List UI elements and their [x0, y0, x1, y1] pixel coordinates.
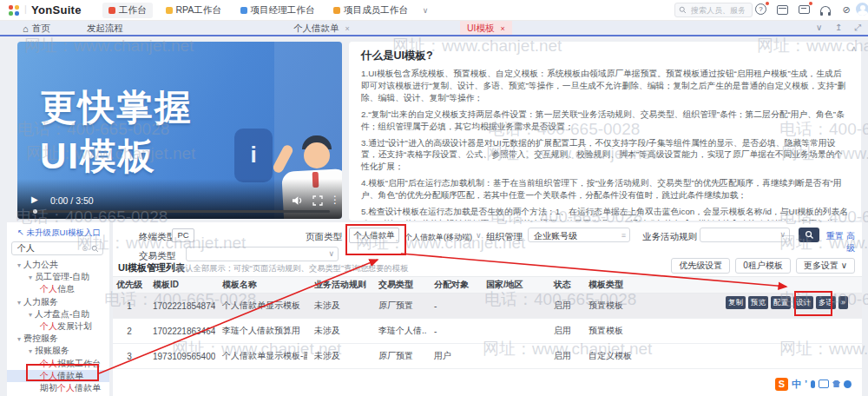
sidebar-item-个人借款单[interactable]: 个人借款单	[7, 370, 109, 382]
table-row[interactable]: 31973109565400547..个人借款单显示模板-副本未涉及原厂预置用户…	[113, 344, 862, 369]
mic-icon[interactable]	[811, 380, 815, 388]
caret-icon[interactable]: ▾	[29, 274, 32, 281]
caret-icon[interactable]: ▾	[29, 311, 32, 319]
menu-item-RPA工作台[interactable]: RPA工作台	[160, 3, 227, 18]
page-type-tag-personal-loan[interactable]: 个人借款单	[349, 228, 399, 243]
sidebar-item-个人发展计划[interactable]: 个人发展计划	[7, 320, 109, 333]
apostrophe-icon[interactable]: ’	[805, 379, 807, 389]
chevron-down-icon: ∨	[779, 230, 786, 239]
column-header-模板名称: 模板名称	[215, 277, 307, 294]
row-action-多语[interactable]: 多语	[816, 296, 836, 309]
menu-chevron-down-icon[interactable]: ∨	[423, 6, 429, 15]
close-icon[interactable]: ×	[501, 24, 505, 33]
sidebar-item-个人信息[interactable]: 个人信息	[7, 283, 109, 295]
avatar[interactable]	[856, 3, 868, 16]
top-navbar: | YonSuite 工作台RPA工作台项目经理工作台项目成员工作台∨ ?⊘	[0, 0, 868, 21]
sogou-icon[interactable]: S	[775, 378, 788, 391]
workspace-icon	[166, 7, 173, 14]
menu-item-label: 项目成员工作台	[344, 4, 408, 16]
sidebar-item-个人报账工作台[interactable]: 个人报账工作台	[7, 358, 109, 370]
sidebar-item-人力服务[interactable]: ▾人力服务	[7, 296, 109, 308]
cell: 个人借款单显示模板	[215, 294, 307, 319]
caret-icon[interactable]: ▾	[17, 261, 21, 269]
sidebar-item-费控服务[interactable]: ▾费控服务	[7, 333, 109, 345]
compass-icon[interactable]: ⊘	[840, 3, 852, 16]
sidebar-item-人力公共[interactable]: ▾人力公共	[7, 259, 109, 271]
menu-item-工作台[interactable]: 工作台	[102, 3, 153, 18]
page-type-tag-mobile[interactable]: 个人借款单(移动端)	[404, 232, 472, 243]
close-icon[interactable]: ×	[345, 24, 350, 33]
cell: 用户	[427, 344, 479, 369]
list-button-更多设置[interactable]: 更多设置 ∨	[796, 258, 855, 274]
list-button-优先级设置[interactable]: 优先级设置	[671, 258, 730, 274]
cell: 预置模板	[582, 319, 862, 344]
wheel-icon[interactable]	[844, 380, 852, 388]
cell: 1702221863464206..	[146, 319, 215, 344]
cell: 启用	[547, 294, 582, 319]
search-button[interactable]	[799, 228, 819, 242]
sidebar-item-员工管理-自助[interactable]: ▾员工管理-自助	[7, 271, 109, 283]
table-row[interactable]: 21702221863464206..李琏个人借款预算用未涉及李琏个人借..-启…	[113, 319, 862, 344]
sidebar-item-期初个人借款单[interactable]: 期初个人借款单	[7, 382, 109, 394]
column-header-国家/地区: 国家/地区	[479, 277, 547, 294]
tree-item-label: 报账服务	[35, 346, 69, 355]
sidebar-item-报账服务[interactable]: ▾报账服务	[7, 345, 109, 357]
video-progress-bar[interactable]	[30, 210, 330, 213]
scroll-up-icon[interactable]: ∧	[851, 44, 857, 53]
expand-icon[interactable]: ⤢	[854, 23, 861, 33]
tree-item-label: 人力公共	[23, 260, 58, 269]
legacy-template-entry-link[interactable]: ↖ 未升级原UI模板入口	[17, 228, 101, 239]
play-button[interactable]: ▶	[31, 195, 38, 204]
cell: 3	[113, 344, 146, 369]
tree-item-label: 费控服务	[23, 333, 58, 343]
reset-link[interactable]: 重置	[826, 230, 844, 242]
list-button-0租户模板[interactable]: 0租户模板	[735, 258, 791, 274]
caret-icon[interactable]: ▾	[29, 347, 32, 355]
org-ref-icon[interactable]: ≡	[621, 231, 626, 240]
row-action-复制[interactable]: 复制	[726, 296, 746, 309]
chevron-down-icon[interactable]: ∨	[816, 23, 822, 32]
page-type-chevron-icon[interactable]: ∨	[476, 231, 482, 240]
rule-label: 业务活动规则	[642, 231, 697, 243]
org-select[interactable]: 企业账号级 ≡	[528, 228, 630, 242]
calendar-icon[interactable]	[777, 3, 789, 16]
tree-search-input[interactable]	[16, 243, 82, 254]
caret-icon[interactable]: ▾	[17, 299, 21, 307]
cell: 启用	[547, 319, 582, 344]
help-paragraph-5: 5.检查设计模板在运行态加载是否生效的两个方法：1、在运行态单据左上角双击蓝色i…	[361, 206, 849, 221]
advanced-link[interactable]: 高级	[846, 230, 862, 254]
trade-type-select[interactable]: ∨	[186, 247, 339, 261]
row-action-»[interactable]: »	[838, 296, 848, 309]
global-search-input[interactable]	[689, 5, 746, 16]
terminal-pc-tag[interactable]: PC	[172, 228, 194, 242]
tree-search[interactable]: ⊗	[11, 241, 103, 255]
progress-knob[interactable]	[33, 209, 37, 214]
keyboard-icon[interactable]	[819, 380, 829, 388]
workspace-icon	[240, 7, 247, 14]
rule-select[interactable]: ∨	[700, 228, 790, 242]
zh-icon[interactable]: 中	[792, 378, 801, 391]
cell: 未涉及	[307, 294, 372, 319]
global-search[interactable]	[674, 3, 753, 17]
cell	[479, 319, 547, 344]
row-action-设计[interactable]: 设计	[793, 296, 813, 309]
kebab-menu-icon[interactable]: ⋮	[330, 194, 340, 206]
caret-icon[interactable]: ▾	[17, 335, 21, 343]
search-icon[interactable]	[91, 245, 99, 253]
menu-item-项目经理工作台[interactable]: 项目经理工作台	[234, 3, 321, 18]
row-action-预览[interactable]: 预览	[748, 296, 768, 309]
help-icon[interactable]: ?	[755, 3, 767, 16]
volume-icon[interactable]	[292, 195, 303, 206]
module-tree: ▾人力公共▾员工管理-自助个人信息▾人力服务▾人才盘点-自助个人发展计划▾费控服…	[7, 259, 109, 394]
search-icon	[805, 230, 814, 240]
fullscreen-icon[interactable]	[312, 195, 323, 206]
sidebar-item-人才盘点-自助[interactable]: ▾人才盘点-自助	[7, 308, 109, 320]
upload-icon[interactable]: ↥	[835, 23, 842, 32]
row-action-配置[interactable]: 配置	[771, 296, 791, 309]
clear-icon[interactable]: ⊗	[82, 244, 89, 253]
headset-icon[interactable]	[820, 3, 832, 16]
skin-icon[interactable]	[832, 380, 840, 387]
intro-video-player[interactable]: 更快掌握 UI模板 i ▶ 0:00 / 3:50 ⋮	[17, 42, 342, 219]
menu-item-项目成员工作台[interactable]: 项目成员工作台	[327, 3, 414, 18]
message-icon[interactable]	[799, 3, 811, 16]
